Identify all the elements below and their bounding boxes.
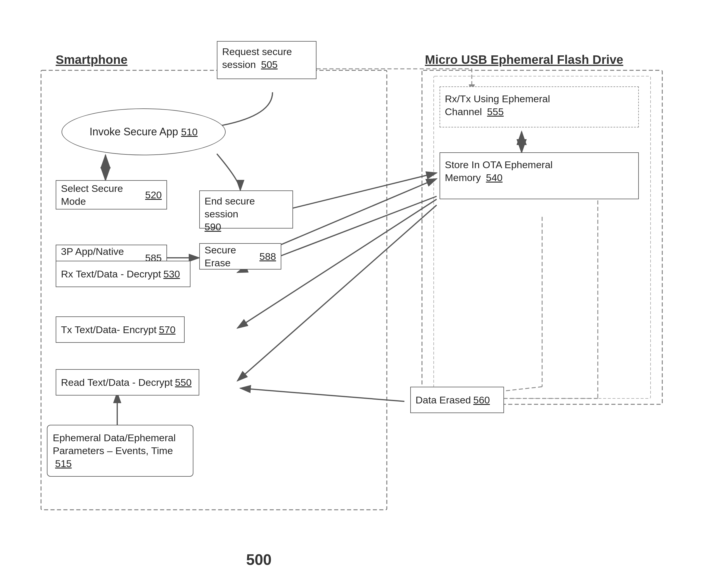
data-erased-text: Data Erased — [415, 394, 471, 406]
tx-text-encrypt-ref: 570 — [159, 323, 175, 336]
store-ota-line1: Store In OTA Ephemeral — [445, 159, 553, 170]
invoke-secure-app-text: Invoke Secure App — [90, 126, 178, 138]
rx-text-decrypt-box: Rx Text/Data - Decrypt 530 — [56, 261, 190, 287]
request-secure-session-line1: Request secure — [222, 46, 292, 57]
store-ota-line2: Memory — [445, 172, 481, 183]
invoke-secure-app-ref: 510 — [181, 126, 198, 138]
request-secure-session-box: Request secure session 505 — [217, 41, 316, 79]
invoke-secure-app-oval: Invoke Secure App 510 — [62, 108, 226, 155]
read-text-decrypt-box: Read Text/Data - Decrypt 550 — [56, 369, 199, 396]
micro-usb-label: Micro USB Ephemeral Flash Drive — [425, 53, 623, 67]
diagram-container: Smartphone Micro USB Ephemeral Flash Dri… — [18, 18, 686, 568]
rxtx-ephemeral-ref: 555 — [487, 106, 504, 117]
ephemeral-data-ref: 515 — [55, 458, 72, 469]
tx-text-encrypt-text: Tx Text/Data- Encrypt — [61, 323, 156, 336]
store-ota-ref: 540 — [486, 172, 502, 183]
end-secure-session-box: End secure session 590 — [199, 190, 293, 229]
store-ota-box: Store In OTA Ephemeral Memory 540 — [440, 152, 639, 199]
read-text-decrypt-ref: 550 — [175, 376, 191, 389]
rx-text-decrypt-text: Rx Text/Data - Decrypt — [61, 267, 161, 280]
secure-erase-text: Secure Erase — [205, 243, 257, 269]
secure-erase-box: Secure Erase 588 — [199, 243, 281, 269]
end-secure-session-ref: 590 — [205, 221, 221, 232]
ephemeral-data-line2: Parameters – Events, Time — [53, 445, 173, 456]
select-secure-mode-text: Select Secure Mode — [61, 182, 143, 208]
rx-text-decrypt-ref: 530 — [163, 267, 180, 280]
read-text-decrypt-text: Read Text/Data - Decrypt — [61, 376, 173, 389]
tx-text-encrypt-box: Tx Text/Data- Encrypt 570 — [56, 316, 184, 343]
svg-line-22 — [240, 388, 404, 401]
request-secure-session-line2: session — [222, 59, 256, 70]
secure-erase-ref: 588 — [259, 250, 276, 263]
select-secure-mode-box: Select Secure Mode 520 — [56, 180, 167, 209]
ephemeral-data-box: Ephemeral Data/Ephemeral Parameters – Ev… — [47, 425, 193, 477]
rxtx-ephemeral-box: Rx/Tx Using Ephemeral Channel 555 — [440, 86, 639, 128]
rxtx-ephemeral-line1: Rx/Tx Using Ephemeral — [445, 93, 550, 104]
data-erased-ref: 560 — [473, 394, 490, 406]
select-secure-mode-ref: 520 — [145, 188, 162, 201]
ephemeral-data-line1: Ephemeral Data/Ephemeral — [53, 432, 176, 443]
svg-line-16 — [237, 205, 437, 381]
data-erased-box: Data Erased 560 — [410, 387, 504, 413]
svg-line-12 — [281, 173, 437, 211]
figure-number: 500 — [246, 551, 271, 568]
request-secure-session-ref: 505 — [261, 59, 278, 70]
smartphone-label: Smartphone — [56, 53, 128, 67]
rxtx-ephemeral-line2: Channel — [445, 106, 482, 117]
end-secure-session-line1: End secure session — [205, 195, 255, 220]
